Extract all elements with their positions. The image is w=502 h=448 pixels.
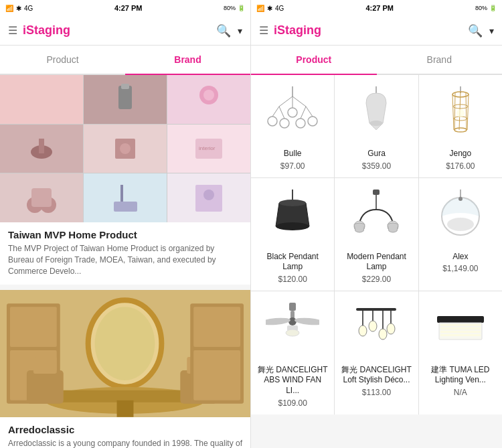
- left-tab-brand[interactable]: Brand: [125, 46, 250, 74]
- right-content: Bulle $97.00 Gura $359.00: [251, 75, 502, 448]
- arredo-brand-desc: Arredoclassic is a young company founded…: [8, 438, 242, 448]
- product-card-bulle[interactable]: Bulle $97.00: [251, 75, 334, 177]
- product-card-modern-pendant[interactable]: Modern Pendant Lamp $229.00: [335, 178, 418, 291]
- right-battery-icon: 🔋: [489, 5, 497, 11]
- gura-image: [346, 83, 406, 143]
- alex-price: $1,149.00: [442, 264, 478, 273]
- black-pendant-image: [262, 186, 323, 246]
- taiwan-brand-name: Taiwan MVP Home Product: [8, 229, 242, 240]
- svg-point-70: [447, 218, 474, 231]
- svg-line-52: [452, 94, 454, 130]
- svg-point-86: [369, 321, 377, 331]
- left-chevron-icon[interactable]: ▾: [238, 25, 242, 36]
- left-status-icons: 📶 ✱ 4G: [5, 5, 33, 12]
- right-notification-icon: 📶: [256, 5, 264, 12]
- right-status-bar: 📶 ✱ 4G 4:27 PM 80% 🔋: [251, 0, 502, 16]
- mosaic-cell-1: [0, 75, 83, 124]
- svg-point-75: [288, 317, 297, 325]
- svg-rect-73: [289, 303, 296, 311]
- svg-rect-94: [440, 334, 481, 336]
- signal-icon: 4G: [24, 5, 33, 12]
- left-tab-product[interactable]: Product: [0, 46, 125, 74]
- product-card-jengo[interactable]: Jengo $176.00: [419, 75, 502, 177]
- svg-line-39: [279, 106, 284, 119]
- right-bluetooth-icon: ✱: [267, 5, 272, 12]
- mosaic-cell-5: [84, 125, 167, 173]
- svg-rect-26: [117, 400, 134, 417]
- right-right-status: 80% 🔋: [475, 5, 497, 11]
- bulle-image: [262, 83, 323, 143]
- left-header-left: ☰ iStaging: [8, 23, 70, 38]
- left-panel: 📶 ✱ 4G 4:27 PM 80% 🔋 ☰ iStaging 🔍 ▾ Prod…: [0, 0, 251, 448]
- svg-point-76: [266, 317, 290, 326]
- svg-point-42: [268, 117, 277, 126]
- svg-rect-5: [39, 139, 44, 153]
- taiwan-brand-info: Taiwan MVP Home Product The MVP Project …: [0, 222, 250, 285]
- dancelight-loft-price: $113.00: [362, 388, 391, 397]
- product-grid: Bulle $97.00 Gura $359.00: [251, 75, 502, 415]
- svg-text:interior: interior: [199, 145, 216, 151]
- svg-point-46: [308, 117, 317, 126]
- right-signal-icon: 4G: [275, 5, 284, 12]
- left-header-right: 🔍 ▾: [216, 23, 242, 38]
- taiwan-brand-desc: The MVP Project of Taiwan Home Product i…: [8, 243, 242, 277]
- svg-point-3: [203, 90, 214, 100]
- mosaic-cell-4: [0, 125, 83, 173]
- product-card-dancelight-fan[interactable]: 舞光 DANCELIGHT ABS WIND FAN LI... $109.00: [251, 291, 334, 415]
- dancelight-loft-name: 舞光 DANCELIGHT Loft Stylish Déco...: [340, 365, 412, 386]
- black-pendant-price: $120.00: [278, 275, 307, 284]
- svg-rect-12: [31, 188, 52, 207]
- modern-pendant-price: $229.00: [362, 275, 391, 284]
- jengo-price: $176.00: [446, 161, 475, 171]
- mosaic-cell-2: [84, 75, 167, 124]
- bluetooth-icon: ✱: [16, 5, 21, 12]
- left-tab-bar: Product Brand: [0, 46, 250, 75]
- svg-line-40: [301, 106, 306, 119]
- brand-card-taiwan[interactable]: interior Taiwan MVP Home Product The MVP…: [0, 75, 250, 285]
- alex-image: [430, 186, 491, 246]
- svg-point-43: [280, 119, 289, 128]
- right-tab-product[interactable]: Product: [251, 46, 377, 74]
- bulle-price: $97.00: [280, 161, 305, 171]
- product-card-black-pendant[interactable]: Black Pendant Lamp $120.00: [251, 178, 334, 291]
- left-content: interior Taiwan MVP Home Product The MVP…: [0, 75, 250, 448]
- svg-point-59: [454, 128, 467, 132]
- svg-point-79: [286, 329, 299, 336]
- svg-rect-33: [193, 350, 240, 400]
- svg-point-60: [456, 109, 465, 117]
- tuma-image: [430, 299, 491, 360]
- product-card-alex[interactable]: Alex $1,149.00: [419, 178, 502, 291]
- left-search-icon[interactable]: 🔍: [216, 23, 231, 38]
- mosaic-cell-3: [167, 75, 250, 124]
- svg-line-37: [292, 96, 306, 106]
- right-search-icon[interactable]: 🔍: [468, 23, 483, 38]
- product-card-tuma[interactable]: 建準 TUMA LED Lighting Ven... N/A: [419, 291, 502, 415]
- right-chevron-icon[interactable]: ▾: [489, 25, 494, 36]
- svg-rect-64: [373, 190, 380, 195]
- right-app-header: ☰ iStaging 🔍 ▾: [251, 16, 502, 46]
- right-tab-brand[interactable]: Brand: [377, 46, 503, 74]
- svg-point-88: [387, 323, 395, 334]
- svg-point-49: [369, 121, 383, 126]
- product-card-gura[interactable]: Gura $359.00: [335, 75, 418, 177]
- left-battery: 80%: [224, 5, 236, 11]
- gura-name: Gura: [367, 149, 386, 159]
- svg-rect-20: [10, 307, 57, 348]
- left-right-status: 80% 🔋: [224, 5, 245, 11]
- mosaic-cell-6: interior: [167, 125, 250, 173]
- svg-point-77: [295, 317, 319, 326]
- svg-point-57: [453, 104, 468, 108]
- left-battery-icon: 🔋: [238, 5, 245, 11]
- right-menu-icon[interactable]: ☰: [259, 24, 268, 37]
- mosaic-cell-9: [167, 173, 250, 222]
- bulle-name: Bulle: [284, 149, 302, 159]
- svg-point-45: [296, 119, 305, 128]
- svg-rect-27: [27, 370, 64, 404]
- left-menu-icon[interactable]: ☰: [8, 24, 17, 37]
- product-card-dancelight-loft[interactable]: 舞光 DANCELIGHT Loft Stylish Déco... $113.…: [335, 291, 418, 415]
- gura-price: $359.00: [362, 161, 391, 171]
- brand-card-arredo[interactable]: Arredoclassic Arredoclassic is a young c…: [0, 290, 250, 448]
- right-tab-bar: Product Brand: [251, 46, 502, 75]
- svg-rect-14: [114, 202, 137, 212]
- right-header-left: ☰ iStaging: [259, 23, 321, 38]
